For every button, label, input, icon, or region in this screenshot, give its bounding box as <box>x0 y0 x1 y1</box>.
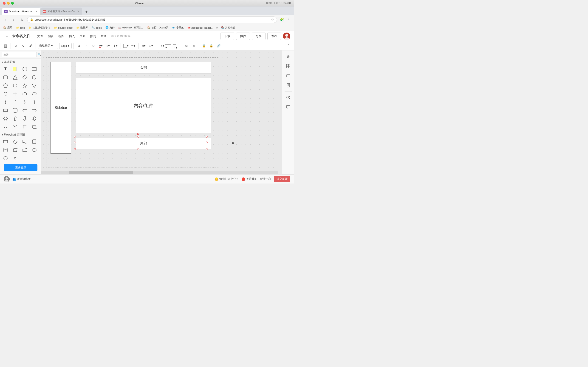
flow-db[interactable] <box>2 146 9 154</box>
shape-diamond[interactable] <box>21 74 28 81</box>
shape-bracket-right[interactable]: } <box>21 98 28 106</box>
bookmark-bigdata[interactable]: 📁 大数据框架学习 <box>27 25 52 30</box>
format-painter-button[interactable]: 🖌 <box>27 43 34 49</box>
flow-document[interactable] <box>21 138 28 145</box>
menu-file[interactable]: 文件 <box>35 33 45 39</box>
extensions-icon[interactable]: 🧩 <box>279 17 285 23</box>
shape-note[interactable] <box>11 65 19 73</box>
rate-link[interactable]: 😊 给我们评个分？ <box>215 177 239 181</box>
bookmark-fish[interactable]: 🐟 小墨鱼 <box>171 25 185 30</box>
menu-page[interactable]: 页面 <box>77 33 88 39</box>
shape-arc[interactable] <box>2 123 9 131</box>
shape-brace-right[interactable]: ] <box>31 98 38 106</box>
shape-text[interactable]: T <box>2 65 9 73</box>
v-align-button[interactable]: ⊟▾ <box>148 43 154 49</box>
line-style-button[interactable]: ——▾ <box>165 43 172 49</box>
shape-bracket-left[interactable]: [ <box>11 98 19 106</box>
collab-button[interactable]: 协作 <box>236 33 250 40</box>
select-tool-button[interactable] <box>2 43 9 49</box>
shape-pentagon[interactable] <box>2 82 9 89</box>
pages-button[interactable] <box>284 81 292 90</box>
handle-br[interactable] <box>206 148 208 150</box>
shape-circle-outline[interactable] <box>11 82 19 89</box>
shape-ellipse[interactable] <box>21 65 28 73</box>
back-to-files-button[interactable]: ← <box>4 33 10 40</box>
flow-manual-input[interactable] <box>21 146 28 154</box>
search-button[interactable]: 🔍 <box>38 52 41 57</box>
close-button[interactable] <box>3 2 6 5</box>
share-button[interactable]: 分享 <box>252 33 266 40</box>
flow-small-circle[interactable] <box>11 155 19 162</box>
tab-processon[interactable]: On 未命名文件 - ProcessOn ✕ <box>41 8 82 15</box>
bookmark-java[interactable]: 📁 java <box>15 26 26 30</box>
toolbar-collapse-button[interactable]: ⌃ <box>285 43 292 49</box>
canvas-area[interactable]: Sidebar 头部 内容/组件 尾部 <box>41 50 282 174</box>
bookmark-quora[interactable]: 🏠 首页 - Quora的 <box>146 25 170 30</box>
shape-double-arrow[interactable] <box>2 115 9 122</box>
shape-partial-circle[interactable] <box>2 90 9 98</box>
flow-decision[interactable] <box>11 138 19 145</box>
forward-button[interactable]: › <box>10 17 17 23</box>
handle-ml[interactable] <box>74 142 76 143</box>
layers-button[interactable] <box>284 72 292 80</box>
font-selector[interactable]: 微软雅黑 ▾ <box>38 43 58 49</box>
bookmarks-more[interactable]: » <box>216 26 219 30</box>
shape-left-arrow[interactable] <box>21 107 28 114</box>
shape-corner[interactable] <box>21 123 28 131</box>
scrollbar-thumb-horizontal[interactable] <box>69 171 133 174</box>
handle-bm[interactable] <box>137 148 139 150</box>
bookmark-other[interactable]: 📚 其他书签 <box>220 25 237 30</box>
connection-style-button[interactable]: ▾ <box>158 43 164 49</box>
handle-bl[interactable] <box>74 148 76 150</box>
menu-insert[interactable]: 插入 <box>67 33 77 39</box>
bookmark-zookeeper[interactable]: 🐙 zookeeper-leader... <box>186 26 215 30</box>
flow-io[interactable] <box>11 146 19 154</box>
flow-process[interactable] <box>2 138 9 145</box>
lock-button[interactable]: 🔒 <box>201 43 207 49</box>
fit-button[interactable] <box>284 62 292 70</box>
handle-tr[interactable] <box>206 136 208 138</box>
help-link[interactable]: 帮助中心 <box>260 177 271 181</box>
shape-up-arrow[interactable] <box>11 115 19 122</box>
shape-rounded-sq[interactable] <box>11 107 19 114</box>
address-input[interactable]: 🔒 processon.com/diagraming/5be9344be4b0a… <box>27 17 277 23</box>
header-shape[interactable]: 头部 <box>76 62 211 73</box>
font-size-selector[interactable]: 13px ▾ <box>59 43 72 49</box>
search-input[interactable] <box>2 52 37 57</box>
line-height-button[interactable]: ⇕▾ <box>112 43 119 49</box>
shape-up-down-arrow[interactable] <box>31 115 38 122</box>
sidebar-shape[interactable]: Sidebar <box>51 62 71 154</box>
comments-button[interactable] <box>284 103 292 111</box>
canvas-scrollbar-horizontal[interactable] <box>41 171 278 174</box>
connection-point-top[interactable] <box>137 133 139 135</box>
text-align-button[interactable]: ≡▾ <box>105 43 111 49</box>
bold-button[interactable]: B <box>76 43 82 49</box>
new-tab-button[interactable]: + <box>83 8 90 15</box>
flowchart-header[interactable]: ▾ Flowchart 流程图 <box>2 133 39 137</box>
shape-arc2[interactable] <box>11 123 19 131</box>
line-end-button[interactable]: —→▾ <box>173 43 179 49</box>
flow-circle[interactable] <box>2 155 9 162</box>
follow-link[interactable]: 🔴 关注我们 <box>242 177 257 181</box>
more-shapes-button[interactable]: 更多图形 <box>4 164 37 171</box>
shape-film[interactable] <box>2 107 9 114</box>
user-avatar[interactable] <box>283 33 290 40</box>
shape-hexagon[interactable] <box>31 74 38 81</box>
menu-icon[interactable]: ⋮ <box>286 17 292 23</box>
maximize-button[interactable] <box>11 2 14 5</box>
shape-right-arrow[interactable] <box>31 107 38 114</box>
shape-stadium[interactable] <box>31 90 38 98</box>
redo-button[interactable]: ↻ <box>20 43 26 49</box>
diagram-canvas[interactable]: Sidebar 头部 内容/组件 尾部 <box>46 57 218 167</box>
fill-color-button[interactable]: ▾ <box>123 43 129 49</box>
font-color-button[interactable]: A ▾ <box>98 43 104 49</box>
shape-down-triangle[interactable] <box>31 82 38 89</box>
invite-collaborator-button[interactable]: 👥 邀请协作者 <box>12 177 31 181</box>
shape-brace-left[interactable]: { <box>2 98 9 106</box>
bookmark-db[interactable]: 📁 数据库 <box>75 25 89 30</box>
paste-style-button[interactable]: ⧈ <box>190 43 197 49</box>
bookmark-wikihow[interactable]: 📖 wikiHow - 您可以... <box>117 25 145 30</box>
handle-mr[interactable] <box>206 142 208 143</box>
shape-triangle[interactable] <box>11 74 19 81</box>
crosshair-button[interactable]: ⊕ <box>284 52 292 60</box>
